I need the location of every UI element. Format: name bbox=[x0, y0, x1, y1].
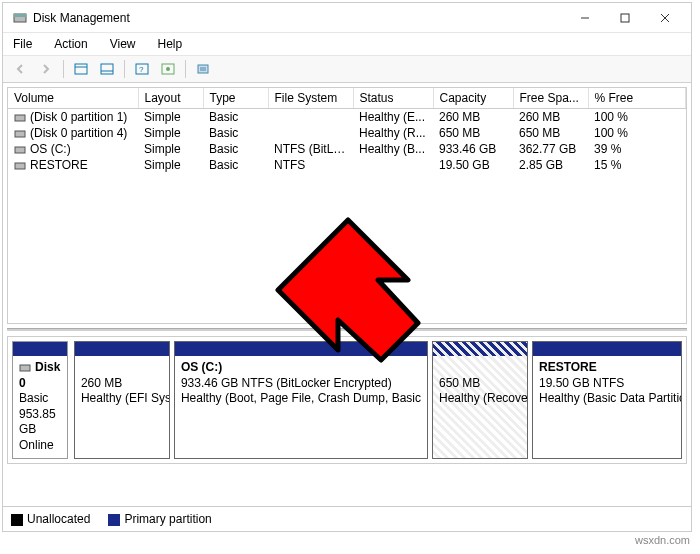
part-line1: 933.46 GB NTFS (BitLocker Encrypted) bbox=[181, 376, 392, 390]
svg-rect-1 bbox=[14, 14, 26, 17]
view-top-button[interactable] bbox=[70, 58, 92, 80]
toolbar-separator bbox=[63, 60, 64, 78]
part-title: RESTORE bbox=[539, 360, 597, 374]
col-pfree[interactable]: % Free bbox=[588, 88, 686, 109]
help-button[interactable]: ? bbox=[131, 58, 153, 80]
view-bottom-button[interactable] bbox=[96, 58, 118, 80]
legend-unallocated: Unallocated bbox=[11, 512, 90, 526]
titlebar: Disk Management bbox=[3, 3, 691, 33]
volume-icon bbox=[14, 128, 26, 140]
table-row[interactable]: RESTORESimpleBasicNTFS19.50 GB2.85 GB15 … bbox=[8, 157, 686, 173]
forward-button bbox=[35, 58, 57, 80]
svg-rect-3 bbox=[621, 14, 629, 22]
part-line2: Healthy (Boot, Page File, Crash Dump, Ba… bbox=[181, 391, 421, 405]
part-line1: 19.50 GB NTFS bbox=[539, 376, 624, 390]
col-capacity[interactable]: Capacity bbox=[433, 88, 513, 109]
volume-icon bbox=[14, 160, 26, 172]
properties-button[interactable] bbox=[192, 58, 214, 80]
col-free[interactable]: Free Spa... bbox=[513, 88, 588, 109]
toolbar-separator bbox=[124, 60, 125, 78]
svg-rect-14 bbox=[198, 65, 208, 73]
col-fs[interactable]: File System bbox=[268, 88, 353, 109]
col-layout[interactable]: Layout bbox=[138, 88, 203, 109]
menubar: File Action View Help bbox=[3, 33, 691, 55]
table-row[interactable]: (Disk 0 partition 1)SimpleBasicHealthy (… bbox=[8, 109, 686, 126]
disk-size: 953.85 GB bbox=[19, 407, 56, 437]
maximize-button[interactable] bbox=[605, 4, 645, 32]
back-button bbox=[9, 58, 31, 80]
col-type[interactable]: Type bbox=[203, 88, 268, 109]
content-area: Volume Layout Type File System Status Ca… bbox=[3, 83, 691, 531]
toolbar: ? bbox=[3, 55, 691, 83]
svg-rect-18 bbox=[15, 131, 25, 137]
svg-text:?: ? bbox=[139, 65, 144, 74]
minimize-button[interactable] bbox=[565, 4, 605, 32]
disk-mgmt-icon bbox=[13, 11, 27, 25]
volume-icon bbox=[14, 112, 26, 124]
disk-icon bbox=[19, 362, 31, 374]
partition-2[interactable]: OS (C:) 933.46 GB NTFS (BitLocker Encryp… bbox=[174, 341, 428, 459]
legend: Unallocated Primary partition bbox=[3, 506, 691, 531]
partition-1[interactable]: 260 MB Healthy (EFI Sys bbox=[74, 341, 170, 459]
svg-rect-17 bbox=[15, 115, 25, 121]
volume-icon bbox=[14, 144, 26, 156]
partitions: 260 MB Healthy (EFI Sys OS (C:) 933.46 G… bbox=[74, 341, 682, 459]
menu-help[interactable]: Help bbox=[154, 35, 187, 53]
table-empty-area[interactable] bbox=[8, 173, 686, 323]
settings-button[interactable] bbox=[157, 58, 179, 80]
part-line1: 650 MB bbox=[439, 376, 480, 390]
watermark: wsxdn.com bbox=[635, 534, 690, 546]
menu-action[interactable]: Action bbox=[50, 35, 91, 53]
table-header-row[interactable]: Volume Layout Type File System Status Ca… bbox=[8, 88, 686, 109]
svg-point-13 bbox=[166, 67, 170, 71]
window-title: Disk Management bbox=[33, 11, 565, 25]
menu-file[interactable]: File bbox=[9, 35, 36, 53]
part-line2: Healthy (EFI Sys bbox=[81, 391, 169, 405]
table-row[interactable]: (Disk 0 partition 4)SimpleBasicHealthy (… bbox=[8, 125, 686, 141]
part-line2: Healthy (Recovery bbox=[439, 391, 527, 405]
partition-3[interactable]: 650 MB Healthy (Recovery bbox=[432, 341, 528, 459]
toolbar-separator bbox=[185, 60, 186, 78]
close-button[interactable] bbox=[645, 4, 685, 32]
part-line1: 260 MB bbox=[81, 376, 122, 390]
part-title: OS (C:) bbox=[181, 360, 222, 374]
legend-primary: Primary partition bbox=[108, 512, 211, 526]
disk-type: Basic bbox=[19, 391, 48, 405]
menu-view[interactable]: View bbox=[106, 35, 140, 53]
disk-state: Online bbox=[19, 438, 54, 452]
svg-rect-21 bbox=[20, 365, 30, 371]
part-line2: Healthy (Basic Data Partition) bbox=[539, 391, 681, 405]
svg-rect-6 bbox=[75, 64, 87, 74]
disk-graphic: Disk 0 Basic 953.85 GB Online 260 MB Hea… bbox=[7, 336, 687, 464]
svg-rect-19 bbox=[15, 147, 25, 153]
col-status[interactable]: Status bbox=[353, 88, 433, 109]
disk-label[interactable]: Disk 0 Basic 953.85 GB Online bbox=[12, 341, 68, 459]
svg-rect-20 bbox=[15, 163, 25, 169]
col-volume[interactable]: Volume bbox=[8, 88, 138, 109]
partition-4[interactable]: RESTORE 19.50 GB NTFS Healthy (Basic Dat… bbox=[532, 341, 682, 459]
table-row[interactable]: OS (C:)SimpleBasicNTFS (BitLo...Healthy … bbox=[8, 141, 686, 157]
app-window: Disk Management File Action View Help ? bbox=[2, 2, 692, 532]
svg-rect-8 bbox=[101, 64, 113, 74]
volume-list[interactable]: Volume Layout Type File System Status Ca… bbox=[7, 87, 687, 324]
splitter[interactable] bbox=[7, 328, 687, 332]
